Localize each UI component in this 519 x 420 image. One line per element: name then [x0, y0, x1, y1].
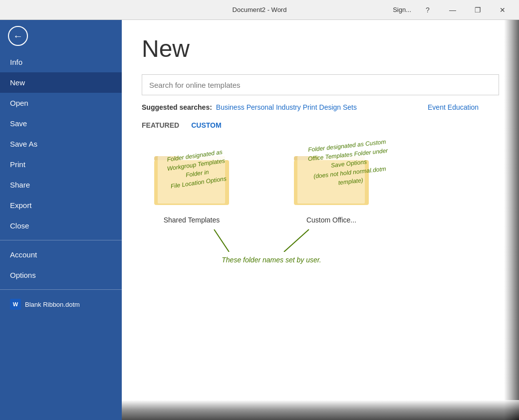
- folder-note-area: These folder names set by user.: [172, 227, 371, 264]
- app-container: ← Info New Open Save Save As Print: [0, 20, 519, 420]
- sidebar-item-open[interactable]: Open: [0, 93, 122, 113]
- templates-area: Folder designated asWorkgroup TemplatesF…: [142, 146, 499, 224]
- sidebar-item-info[interactable]: Info: [0, 52, 122, 72]
- back-circle-icon: ←: [8, 26, 28, 46]
- sidebar-item-save-as[interactable]: Save As: [0, 134, 122, 154]
- signin-label: Sign...: [393, 6, 411, 13]
- maximize-button[interactable]: ❐: [466, 0, 489, 20]
- suggested-searches: Suggested searches: Business Personal In…: [142, 103, 499, 111]
- svg-line-6: [214, 229, 229, 252]
- sidebar-divider-1: [0, 240, 122, 240]
- back-button[interactable]: ←: [0, 20, 122, 52]
- tab-custom[interactable]: CUSTOM: [191, 121, 221, 131]
- search-tag-event[interactable]: Event: [428, 103, 446, 111]
- search-tag-education[interactable]: Education: [448, 103, 479, 111]
- search-tag-print[interactable]: Print: [303, 103, 317, 111]
- torn-right-edge: [504, 20, 519, 420]
- sidebar-item-account[interactable]: Account: [0, 244, 122, 265]
- folder-icon-left: [152, 146, 232, 211]
- sidebar-item-new[interactable]: New: [0, 72, 122, 93]
- svg-line-7: [284, 229, 309, 252]
- custom-office-label: Custom Office...: [306, 216, 356, 224]
- search-tag-industry[interactable]: Industry: [276, 103, 301, 111]
- window-title: Document2 - Word: [233, 6, 287, 13]
- page-title: New: [142, 35, 499, 62]
- tab-row: FEATURED CUSTOM: [142, 121, 499, 131]
- title-bar: Document2 - Word Sign... ? — ❐ ✕: [0, 0, 519, 20]
- minimize-button[interactable]: —: [441, 0, 464, 20]
- shared-templates-label: Shared Templates: [164, 216, 220, 224]
- search-tag-design-sets[interactable]: Design Sets: [319, 103, 357, 111]
- folder-arrows: [184, 227, 359, 252]
- main-content: New Suggested searches: Business Persona…: [122, 20, 519, 420]
- svg-rect-2: [158, 156, 225, 204]
- shared-templates-item[interactable]: Folder designated asWorkgroup TemplatesF…: [142, 146, 242, 224]
- custom-office-item[interactable]: Folder designated as CustomOffice Templa…: [281, 146, 381, 224]
- close-button[interactable]: ✕: [491, 0, 514, 20]
- word-file-icon: W: [10, 299, 21, 310]
- sidebar-item-share[interactable]: Share: [0, 175, 122, 195]
- search-tag-personal[interactable]: Personal: [247, 103, 274, 111]
- suggested-label: Suggested searches:: [142, 103, 212, 111]
- help-button[interactable]: ?: [416, 0, 439, 20]
- sidebar-item-options[interactable]: Options: [0, 265, 122, 285]
- sidebar-item-save[interactable]: Save: [0, 113, 122, 134]
- sidebar-divider-2: [0, 289, 122, 290]
- sidebar-item-export[interactable]: Export: [0, 195, 122, 215]
- torn-bottom-edge: [122, 400, 519, 420]
- search-input[interactable]: [142, 74, 499, 95]
- recent-file-item[interactable]: W Blank Ribbon.dotm: [0, 294, 122, 315]
- folder-icon-right: [291, 146, 371, 211]
- search-tag-business[interactable]: Business: [216, 103, 245, 111]
- svg-rect-5: [297, 156, 365, 204]
- sidebar-item-print[interactable]: Print: [0, 154, 122, 175]
- folder-note: These folder names set by user.: [172, 256, 371, 264]
- sidebar-item-close[interactable]: Close: [0, 215, 122, 236]
- window-controls: Sign... ? — ❐ ✕: [393, 0, 514, 20]
- sidebar: ← Info New Open Save Save As Print: [0, 20, 122, 420]
- tab-featured[interactable]: FEATURED: [142, 121, 179, 131]
- sidebar-nav: Info New Open Save Save As Print Share E…: [0, 52, 122, 420]
